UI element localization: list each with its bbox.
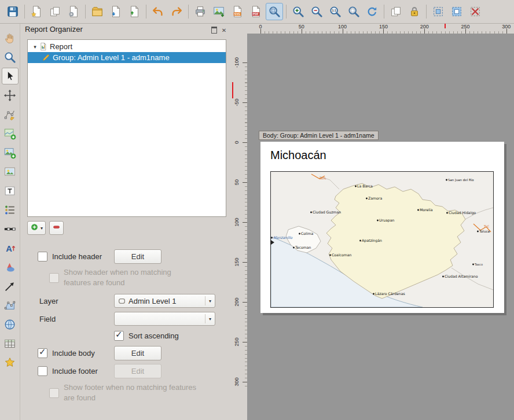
show-header-checkbox: [49, 273, 59, 283]
include-header-checkbox[interactable]: [38, 252, 47, 261]
refresh-view-button[interactable]: [364, 3, 381, 20]
map-city-label: Lázaro Cárdenas: [375, 292, 405, 296]
load-from-template-icon: [128, 5, 141, 18]
toolbar-separator: [286, 5, 287, 19]
add-picture-button[interactable]: [2, 144, 19, 161]
hruler-tick: [383, 29, 384, 34]
lock-items-icon: [408, 5, 421, 18]
float-panel-button[interactable]: [210, 26, 218, 34]
map-city-label: Uruapan: [379, 218, 395, 223]
move-item-content-button[interactable]: [2, 87, 19, 104]
duplicate-report-button[interactable]: [46, 3, 64, 20]
export-as-svg-button[interactable]: SVG: [229, 3, 246, 20]
tree-item-group-label: Group: Admin Level 1 - adm1name: [53, 53, 170, 62]
save-as-template-button[interactable]: [107, 3, 124, 20]
add-shape-button[interactable]: [2, 259, 19, 275]
include-body-label: Include body: [52, 349, 95, 358]
layer-combobox[interactable]: Admin Level 1 ▾: [114, 294, 215, 308]
add-legend-icon: [3, 204, 16, 216]
print-button[interactable]: [192, 3, 209, 20]
new-report-button[interactable]: [28, 3, 45, 20]
edit-nodes-item-button[interactable]: [2, 106, 19, 123]
export-as-image-button[interactable]: [210, 3, 227, 20]
add-arrow-button[interactable]: [2, 278, 19, 294]
invert-selection-button[interactable]: [448, 3, 465, 20]
report-properties-button[interactable]: [65, 3, 82, 20]
tree-item-group-selected[interactable]: Group: Admin Level 1 - adm1name: [28, 52, 226, 63]
tree-item-report[interactable]: ▾ Report: [28, 41, 226, 52]
vruler-number: 100: [234, 218, 240, 226]
vruler-tick: [243, 182, 247, 183]
zoom-layout-button[interactable]: [2, 49, 19, 65]
add-marker-button[interactable]: [2, 354, 19, 371]
add-legend-button[interactable]: [2, 201, 19, 218]
add-html-button[interactable]: [2, 316, 19, 333]
deselect-all-button[interactable]: [467, 3, 484, 20]
undo-button[interactable]: [149, 3, 167, 20]
vruler-tick: [243, 302, 247, 303]
expander-icon[interactable]: ▾: [31, 44, 39, 50]
add-node-item-button[interactable]: [2, 297, 19, 314]
include-body-checkbox[interactable]: [38, 348, 47, 358]
zoom-to-window-button[interactable]: [266, 3, 283, 20]
zoom-out-button[interactable]: [308, 3, 325, 20]
sort-row: Sort ascending: [114, 329, 179, 342]
add-attribute-table-button[interactable]: [2, 335, 19, 352]
add-north-arrow-button[interactable]: A: [2, 240, 19, 256]
map-city-label: Toluca: [479, 230, 490, 233]
vruler-tick: [243, 262, 247, 263]
select-all-button[interactable]: [429, 3, 447, 20]
vruler-tick: [243, 222, 247, 223]
zoom-actual-size-button[interactable]: 1:1: [326, 3, 344, 20]
toolbar-separator: [85, 5, 86, 19]
main-toolbar: SVGPDF1:1: [0, 0, 514, 24]
city-dot: [472, 264, 474, 266]
pan-layout-button[interactable]: [2, 30, 19, 46]
tree-buttons: ▾: [27, 221, 64, 235]
save-project-button[interactable]: [4, 3, 21, 20]
edit-body-button[interactable]: Edit: [114, 346, 161, 360]
city-dot: [299, 233, 300, 235]
city-dot: [377, 220, 379, 222]
add-node-item-icon: [3, 299, 16, 312]
select-move-item-button[interactable]: [2, 68, 19, 84]
remove-section-button[interactable]: [49, 221, 64, 235]
load-from-template-button[interactable]: [126, 3, 143, 20]
open-template-button[interactable]: [89, 3, 106, 20]
zoom-full-extent-button[interactable]: [345, 3, 362, 20]
show-footer-checkbox: [49, 388, 59, 398]
edit-header-button[interactable]: Edit: [114, 249, 161, 264]
plus-icon: [30, 223, 39, 233]
map-city-label: Morelia: [420, 208, 433, 212]
add-label-button[interactable]: [2, 182, 19, 199]
add-section-button[interactable]: ▾: [27, 221, 46, 235]
map-city-label: Zamora: [368, 196, 382, 200]
hruler-tick: [260, 29, 261, 34]
redo-button[interactable]: [168, 3, 185, 20]
map-city-label: Taxco: [474, 263, 483, 266]
map-item[interactable]: GDLLa BarcaZamoraCiudad GuzmanMoreliaCiu…: [270, 171, 494, 308]
zoom-in-button[interactable]: [289, 3, 307, 20]
add-map-button[interactable]: [2, 125, 19, 142]
lock-items-button[interactable]: [406, 3, 423, 20]
sort-ascending-checkbox[interactable]: [114, 331, 124, 341]
export-as-image-icon: [212, 5, 225, 18]
layout-canvas[interactable]: Body: Group: Admin Level 1 - adm1name Mi…: [247, 34, 514, 420]
vruler-tick: [243, 142, 247, 143]
report-page[interactable]: Michoacán GDLLa BarcaZamoraCiudad Guzman…: [260, 142, 504, 313]
copy-items-button[interactable]: [387, 3, 405, 20]
add-scalebar-icon: [3, 223, 16, 235]
city-dot: [329, 255, 331, 256]
close-panel-button[interactable]: ✕: [220, 26, 228, 34]
field-combobox[interactable]: ▾: [114, 312, 215, 326]
add-image-button[interactable]: [2, 163, 19, 180]
field-label: Field: [39, 315, 56, 323]
show-footer-label: Show footer when no matching features ar…: [64, 382, 200, 403]
include-header-row: Include header Edit: [38, 249, 229, 263]
add-scalebar-button[interactable]: [2, 220, 19, 237]
include-footer-checkbox[interactable]: [38, 366, 47, 376]
export-as-pdf-button[interactable]: PDF: [247, 3, 265, 20]
add-html-icon: [3, 318, 16, 331]
chevron-down-icon: ▾: [205, 314, 215, 323]
page-title-label[interactable]: Michoacán: [270, 149, 326, 162]
